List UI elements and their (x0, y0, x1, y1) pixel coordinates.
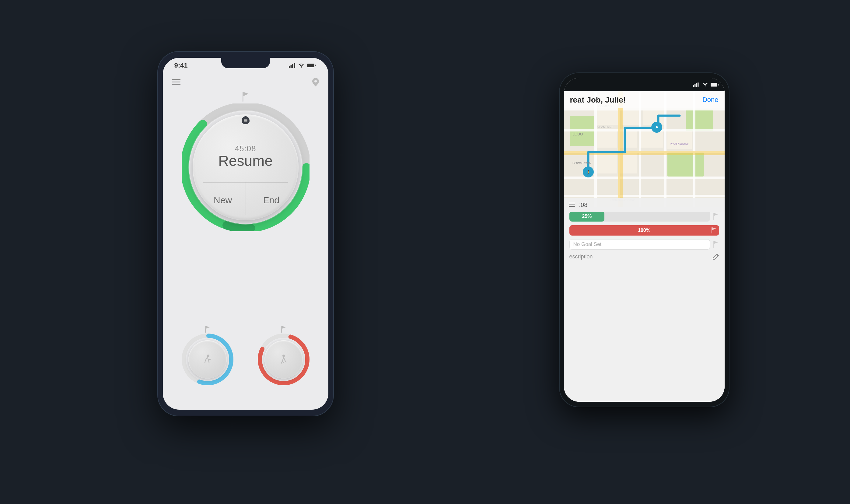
dial-end-button[interactable]: End (263, 195, 279, 205)
svg-rect-7 (172, 82, 180, 83)
svg-rect-4 (307, 64, 314, 67)
phone2-wifi-icon (702, 83, 708, 87)
phone2-device: LODO DOWNTOWN LARIMER ST CHAMPA ST Hyatt… (559, 72, 729, 407)
phone2-battery-icon (711, 83, 719, 87)
map-header: reat Job, Julie! Done (564, 91, 725, 108)
big-dial-face: 45:08 Resume New End (193, 114, 299, 220)
phone1-time: 9:41 (171, 61, 188, 69)
svg-rect-5 (315, 65, 315, 66)
svg-rect-36 (597, 110, 619, 125)
map-bottom-bar: :08 (564, 198, 725, 212)
svg-text:Hyatt Regency: Hyatt Regency (670, 142, 689, 145)
svg-rect-1 (290, 65, 292, 68)
svg-rect-31 (718, 84, 719, 86)
big-dial[interactable]: 45:08 Resume New End (182, 104, 309, 231)
small-dial-walk-face (265, 340, 303, 379)
svg-rect-67 (713, 213, 714, 220)
dial-divider-v (246, 182, 246, 215)
description-row: escription (569, 253, 719, 260)
flag-above-icon (241, 91, 251, 102)
svg-rect-10 (242, 92, 243, 102)
svg-rect-18 (205, 326, 206, 332)
small-dial-flag-walk (280, 326, 287, 333)
svg-rect-6 (172, 79, 180, 80)
hamburger-icon[interactable] (569, 203, 575, 207)
svg-rect-35 (686, 110, 713, 131)
small-dial-run-container (182, 334, 233, 385)
svg-text:⚑: ⚑ (655, 125, 658, 130)
small-dial-walk-container (258, 334, 309, 385)
phone1-status-icons (289, 63, 320, 68)
small-dials-row (163, 326, 328, 385)
svg-text:🚶: 🚶 (585, 170, 591, 175)
dial-top-indicator (242, 116, 250, 124)
progress-label-red: 100% (638, 228, 650, 233)
map-time-display: :08 (579, 201, 588, 209)
small-dial-walk[interactable] (258, 326, 309, 385)
phone1-notch (221, 58, 270, 68)
dial-area: 45:08 Resume New End (163, 91, 328, 231)
phone2-screen: LODO DOWNTOWN LARIMER ST CHAMPA ST Hyatt… (564, 78, 725, 402)
progress-row-green: 25% (569, 211, 719, 221)
wifi-icon (298, 63, 305, 68)
svg-rect-27 (694, 84, 696, 87)
svg-rect-26 (693, 85, 694, 87)
phone1-screen: 9:41 (163, 58, 328, 410)
scene: 9:41 (90, 39, 760, 465)
stats-panel: 25% 100% (564, 207, 725, 402)
svg-rect-69 (713, 241, 714, 248)
no-goal-bar: No Goal Set (569, 239, 710, 250)
map-done-button[interactable]: Done (702, 96, 719, 104)
phone2-status-bar (564, 78, 725, 91)
svg-rect-22 (281, 326, 282, 332)
edit-icon[interactable] (712, 253, 719, 260)
battery-icon (307, 63, 315, 68)
dial-time: 45:08 (193, 144, 299, 154)
map-title: reat Job, Julie! (570, 95, 626, 105)
svg-rect-17 (244, 122, 248, 122)
phone1-nav-bar (163, 73, 328, 91)
svg-rect-0 (289, 66, 290, 68)
dial-resume-label[interactable]: Resume (193, 152, 299, 169)
small-dial-run[interactable] (182, 326, 233, 385)
svg-rect-52 (639, 91, 641, 207)
menu-icon[interactable] (172, 79, 180, 85)
svg-rect-2 (292, 64, 293, 68)
svg-rect-54 (693, 91, 695, 207)
small-dial-flag-run (204, 326, 211, 333)
svg-rect-45 (564, 108, 725, 110)
dial-new-button[interactable]: New (214, 195, 232, 205)
progress-bar-green-bg: 25% (569, 211, 710, 221)
progress-row-red: 100% (569, 225, 719, 236)
phone2-status-icons (693, 83, 719, 87)
svg-rect-8 (172, 84, 180, 85)
svg-rect-55 (618, 91, 623, 207)
progress-flag-red-inner (711, 227, 717, 233)
svg-rect-53 (664, 91, 667, 207)
svg-rect-34 (667, 152, 704, 177)
no-goal-label: No Goal Set (573, 241, 602, 248)
walk-icon (278, 354, 289, 365)
svg-text:DOWNTOWN: DOWNTOWN (573, 162, 591, 165)
svg-rect-3 (294, 63, 295, 68)
small-dial-run-face (188, 340, 227, 379)
progress-fill-green: 25% (569, 211, 605, 221)
svg-point-25 (283, 355, 285, 357)
svg-rect-41 (640, 131, 663, 148)
svg-rect-50 (594, 91, 597, 207)
svg-rect-16 (244, 120, 248, 121)
svg-rect-49 (564, 195, 725, 197)
svg-text:LODO: LODO (573, 132, 583, 136)
svg-rect-30 (711, 83, 717, 87)
map-svg: LODO DOWNTOWN LARIMER ST CHAMPA ST Hyatt… (564, 91, 725, 207)
location-icon[interactable] (312, 78, 319, 87)
svg-rect-46 (564, 129, 725, 131)
progress-label-green: 25% (582, 214, 592, 219)
svg-rect-39 (597, 131, 617, 148)
svg-text:CHAMPA ST: CHAMPA ST (597, 125, 613, 128)
svg-rect-15 (244, 119, 248, 120)
progress-fill-red: 100% (569, 225, 719, 236)
svg-rect-40 (620, 131, 637, 148)
description-label: escription (569, 253, 710, 260)
svg-rect-42 (597, 152, 617, 174)
